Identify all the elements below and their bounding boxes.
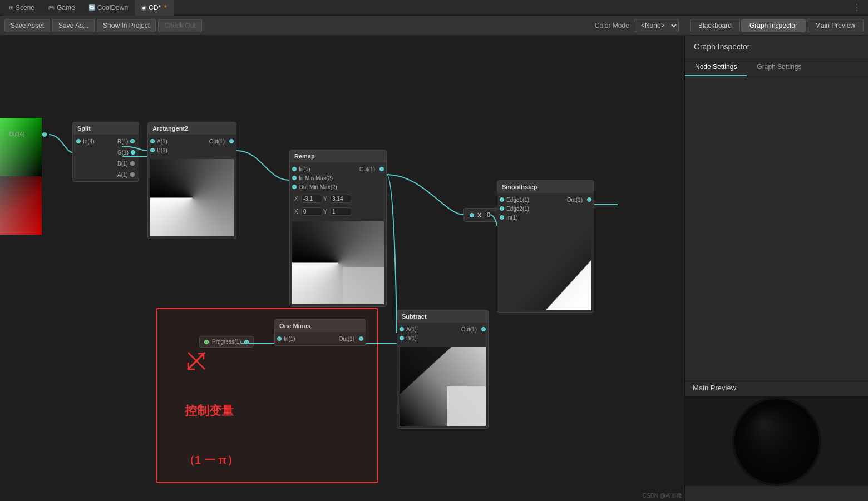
more-options-icon[interactable]: ⋮ bbox=[852, 2, 866, 13]
port-row: In(4) bbox=[76, 137, 95, 146]
toolbar: Save Asset Save As... Show In Project Ch… bbox=[0, 16, 868, 36]
annotation-formula: （1 一 π） bbox=[184, 453, 238, 468]
arc-out-port[interactable] bbox=[229, 139, 234, 143]
right-panel-header: Graph Inspector bbox=[685, 36, 868, 58]
split-r-port[interactable] bbox=[130, 139, 135, 143]
graph-settings-tab[interactable]: Graph Settings bbox=[747, 58, 811, 76]
remap-inminmax-port[interactable] bbox=[292, 176, 297, 180]
main-preview-content bbox=[685, 397, 868, 486]
remap-y1-input[interactable] bbox=[330, 195, 351, 203]
node-remap-header: Remap bbox=[290, 150, 386, 162]
port-row: B(1) bbox=[150, 146, 167, 155]
node-split-header: Split bbox=[73, 122, 139, 135]
node-subtract: Subtract A(1) B(1) bbox=[397, 310, 489, 429]
node-remap: Remap In(1) In Min Max(2) bbox=[289, 150, 387, 307]
input-node: Out(4) bbox=[6, 129, 50, 140]
port-row: A(1) bbox=[117, 170, 135, 179]
main-preview-tab-button[interactable]: Main Preview bbox=[807, 19, 864, 32]
port-row: Out(1) bbox=[461, 325, 486, 334]
port-row: Edge1(1) bbox=[500, 195, 529, 204]
tab-bar: ⊞ Scene 🎮 Game 🔄 CoolDown ▣ CD* * ⋮ bbox=[0, 0, 868, 16]
node-settings-tab[interactable]: Node Settings bbox=[685, 58, 747, 76]
node-subtract-body: A(1) B(1) Out(1) bbox=[397, 323, 488, 428]
split-g-port[interactable] bbox=[131, 150, 135, 155]
port-row: Out(1) bbox=[359, 165, 384, 173]
split-b-port[interactable] bbox=[130, 161, 135, 166]
sub-a-port[interactable] bbox=[400, 327, 404, 331]
main-preview-panel: Main Preview bbox=[685, 379, 868, 501]
main-preview-header: Main Preview bbox=[685, 379, 868, 397]
node-smoothstep-header: Smoothstep bbox=[497, 181, 594, 193]
remap-y2-input[interactable] bbox=[330, 207, 351, 216]
right-panel-sub-tabs: Node Settings Graph Settings bbox=[685, 58, 868, 77]
node-smoothstep-body: Edge1(1) Edge2(1) In(1) Out( bbox=[497, 193, 594, 312]
tab-cooldown[interactable]: 🔄 CoolDown bbox=[82, 0, 135, 16]
port-row: In Min Max(2) bbox=[292, 173, 337, 182]
multiply-x-label: X bbox=[477, 212, 481, 219]
scene-icon: ⊞ bbox=[9, 4, 13, 11]
node-subtract-header: Subtract bbox=[397, 310, 488, 323]
input-out-label: Out(4) bbox=[9, 131, 24, 137]
port-row: B(1) bbox=[117, 159, 135, 168]
smooth-edge2-port[interactable] bbox=[500, 206, 504, 211]
save-asset-button[interactable]: Save Asset bbox=[4, 19, 50, 32]
remap-x2-input[interactable] bbox=[301, 207, 322, 216]
port-row: A(1) bbox=[400, 325, 417, 334]
port-row: A(1) bbox=[150, 137, 167, 146]
node-smoothstep: Smoothstep Edge1(1) Edge2(1) bbox=[497, 180, 594, 313]
main-area: Out(4) Split In(4) R(1) bbox=[0, 36, 868, 501]
smooth-out-port[interactable] bbox=[587, 197, 591, 202]
blackboard-tab-button[interactable]: Blackboard bbox=[690, 19, 740, 32]
graph-inspector-tab-button[interactable]: Graph Inspector bbox=[741, 19, 806, 32]
port-row: R(1) bbox=[117, 137, 135, 146]
inspector-content bbox=[685, 77, 868, 379]
input-out-port[interactable] bbox=[42, 132, 47, 137]
split-a-port[interactable] bbox=[130, 172, 135, 177]
cooldown-icon: 🔄 bbox=[88, 4, 95, 11]
port-row: G(1) bbox=[117, 148, 135, 157]
node-split-body: In(4) R(1) G(1) B(1) bbox=[73, 135, 139, 181]
arc-b-port[interactable] bbox=[150, 148, 155, 152]
node-arctangent2-body: A(1) B(1) Out(1) bbox=[148, 135, 236, 239]
port-row: B(1) bbox=[400, 334, 417, 343]
split-in4-port[interactable] bbox=[76, 139, 81, 143]
annotation-chinese: 控制变量 bbox=[185, 403, 234, 419]
tab-game[interactable]: 🎮 Game bbox=[41, 0, 82, 16]
node-arctangent2: Arctangent2 A(1) B(1) bbox=[147, 122, 236, 239]
color-mode-label: Color Mode bbox=[595, 22, 629, 29]
color-mode-select[interactable]: <None> bbox=[634, 19, 679, 32]
main-preview-canvas bbox=[732, 397, 821, 486]
port-row: Out(1) bbox=[567, 195, 591, 204]
remap-in-port[interactable] bbox=[292, 167, 297, 171]
sub-out-port[interactable] bbox=[481, 327, 486, 331]
game-icon: 🎮 bbox=[48, 4, 55, 11]
port-row: Out(1) bbox=[209, 137, 234, 146]
port-row: In(1) bbox=[292, 165, 337, 173]
smooth-edge1-port[interactable] bbox=[500, 197, 504, 202]
remap-x1-input[interactable] bbox=[301, 195, 322, 203]
tab-cd[interactable]: ▣ CD* * bbox=[135, 0, 174, 16]
sub-b-port[interactable] bbox=[400, 336, 404, 340]
remap-x1-row: X Y bbox=[292, 194, 384, 204]
remap-outminmax-port[interactable] bbox=[292, 185, 297, 189]
port-row: Out Min Max(2) bbox=[292, 182, 337, 191]
cd-icon: ▣ bbox=[141, 4, 146, 11]
port-row: In(1) bbox=[500, 213, 529, 222]
remap-out-port[interactable] bbox=[379, 167, 384, 171]
watermark: CSDN @程影魔 bbox=[643, 492, 682, 500]
node-split: Split In(4) R(1) G(1) bbox=[72, 122, 139, 182]
right-panel: Graph Inspector Node Settings Graph Sett… bbox=[684, 36, 868, 501]
node-remap-body: In(1) In Min Max(2) Out Min Max(2) bbox=[290, 162, 386, 306]
node-arctangent2-header: Arctangent2 bbox=[148, 122, 236, 135]
show-in-project-button[interactable]: Show In Project bbox=[97, 19, 156, 32]
remap-x2-row: X Y bbox=[292, 206, 384, 217]
smooth-in-port[interactable] bbox=[500, 215, 504, 220]
save-as-button[interactable]: Save As... bbox=[52, 19, 95, 32]
port-row: Edge2(1) bbox=[500, 204, 529, 213]
canvas-area[interactable]: Out(4) Split In(4) R(1) bbox=[0, 36, 684, 501]
arc-a-port[interactable] bbox=[150, 139, 155, 143]
check-out-button[interactable]: Check Out bbox=[158, 19, 202, 32]
multiply-in-port[interactable] bbox=[470, 213, 474, 217]
tab-scene[interactable]: ⊞ Scene bbox=[2, 0, 41, 16]
